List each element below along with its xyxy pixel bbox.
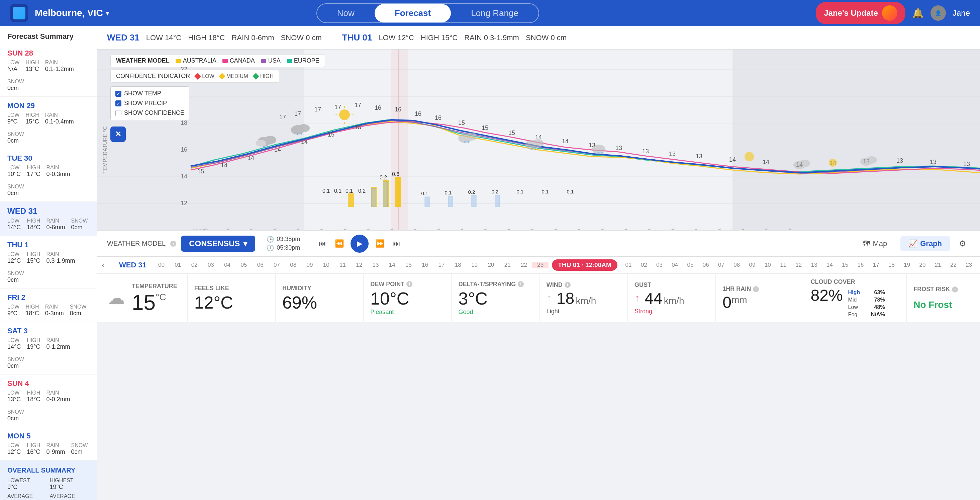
svg-text:0.2: 0.2 [468, 189, 475, 195]
chevron-down-icon: ▾ [243, 239, 247, 248]
day-label: TUE 30 [7, 154, 89, 163]
info-icon-frost[interactable]: i [952, 286, 958, 292]
tab-now[interactable]: Now [317, 4, 375, 22]
wed-snow: SNOW 0 cm [281, 34, 322, 42]
svg-text:16: 16 [181, 146, 187, 153]
svg-text:15: 15 [508, 129, 515, 136]
cloud-low-bar: Low 48% [848, 304, 885, 310]
svg-text:13: 13 [696, 153, 702, 160]
day-label: SUN 28 [7, 49, 89, 58]
wind-value: 18 [557, 289, 574, 307]
australia-legend: AUSTRALIA [176, 57, 216, 64]
show-confidence-option[interactable]: SHOW CONFIDENCE [115, 109, 184, 117]
gust-value: 44 [644, 289, 662, 307]
graph-icon: 📈 [908, 239, 918, 248]
svg-rect-29 [425, 197, 430, 207]
confidence-label: CONFIDENCE INDICATOR [116, 73, 190, 80]
svg-text:◄: ◄ [458, 227, 464, 230]
svg-text:◄: ◄ [411, 227, 417, 230]
date-divider [332, 31, 332, 45]
svg-text:15: 15 [328, 131, 334, 138]
weather-model-label: WEATHER MODEL [107, 240, 165, 247]
user-avatar: 👤 [931, 5, 946, 21]
playback-controls-bar: WEATHER MODEL i CONSENSUS ▾ 🕒 03:38pm 🕔 … [97, 230, 980, 256]
svg-text:◄: ◄ [505, 227, 511, 230]
day-label: MON 5 [7, 432, 89, 441]
show-temp-checkbox[interactable]: ✓ [115, 91, 121, 97]
svg-text:15: 15 [458, 120, 465, 126]
map-icon: 🗺 [862, 239, 870, 248]
time-value-2: 05:30pm [277, 244, 300, 251]
list-item: SUN 28 LOWN/A HIGH13°C RAIN0.1-1.2mm SNO… [0, 44, 97, 97]
svg-text:16: 16 [395, 106, 401, 113]
svg-text:17: 17 [279, 114, 286, 120]
wed-high: HIGH 18°C [188, 34, 225, 42]
list-item: MON 29 LOW9°C HIGH15°C RAIN0.1-0.4mm SNO… [0, 97, 97, 149]
svg-text:0.1: 0.1 [445, 190, 452, 195]
user-name: Jane [953, 8, 970, 18]
svg-text:16: 16 [415, 110, 422, 117]
svg-text:17: 17 [355, 102, 361, 109]
location-selector[interactable]: Melbourne, VIC ▾ [35, 8, 109, 18]
graph-view-button[interactable]: 📈 Graph [900, 236, 950, 251]
svg-text:▾ ▾: ▾ ▾ [263, 144, 269, 150]
cloud-icon: ☁ [107, 288, 125, 308]
temperature-col: ☁ TEMPERATURE 15 °C [97, 274, 188, 322]
tab-long-range[interactable]: Long Range [451, 4, 538, 22]
nav-arrow-left[interactable]: ‹ [100, 259, 112, 271]
svg-text:0.2: 0.2 [358, 188, 366, 194]
day-label: FRI 2 [7, 293, 89, 302]
gust-col: GUST ↑ 44 km/h Strong [628, 274, 716, 322]
close-panel-button[interactable]: ✕ [110, 126, 126, 142]
sidebar-title: Forecast Summary [0, 26, 97, 44]
svg-text:◄: ◄ [763, 227, 768, 230]
svg-text:▾ ▾: ▾ ▾ [296, 131, 302, 136]
svg-text:13: 13 [616, 145, 622, 151]
skip-to-end-button[interactable]: ⏭ [391, 237, 402, 250]
svg-point-106 [829, 159, 837, 167]
settings-button[interactable]: ⚙ [955, 236, 970, 251]
skip-to-start-button[interactable]: ⏮ [317, 237, 328, 250]
show-precip-checkbox[interactable]: ✓ [115, 101, 121, 106]
frost-value: No Frost [913, 300, 973, 310]
svg-rect-32 [495, 195, 500, 207]
svg-text:14: 14 [221, 162, 228, 169]
svg-text:TEMPERATURE °C: TEMPERATURE °C [102, 126, 108, 174]
thu-date-label: THU 01 [342, 32, 372, 43]
svg-text:0.1: 0.1 [422, 190, 428, 196]
svg-text:0.1: 0.1 [345, 188, 353, 194]
info-icon-delta[interactable]: i [518, 281, 524, 287]
date-left: WED 31 LOW 14°C HIGH 18°C RAIN 0-6mm SNO… [107, 32, 322, 43]
svg-text:0.2: 0.2 [380, 175, 387, 181]
date-header: WED 31 LOW 14°C HIGH 18°C RAIN 0-6mm SNO… [97, 26, 980, 50]
info-icon-wind[interactable]: i [565, 282, 571, 288]
map-label: Map [873, 239, 887, 248]
info-icon[interactable]: i [170, 241, 176, 247]
list-item: SAT 3 LOW14°C HIGH19°C RAIN0-1.2mm SNOW0… [0, 322, 97, 374]
europe-legend: EUROPE [286, 57, 320, 64]
canada-legend: CANADA [223, 57, 255, 64]
svg-text:14: 14 [248, 155, 254, 161]
svg-text:16: 16 [435, 115, 442, 121]
janes-update-button[interactable]: Jane's Update [816, 2, 905, 24]
show-temp-option[interactable]: ✓ SHOW TEMP [115, 90, 184, 97]
wind-sublabel: Light [547, 308, 621, 315]
info-icon-rain[interactable]: i [753, 286, 759, 292]
notification-icon[interactable]: 🔔 [912, 8, 924, 19]
info-icon[interactable]: i [406, 281, 412, 287]
wed-rain: RAIN 0-6mm [231, 34, 274, 42]
show-precip-option[interactable]: ✓ SHOW PRECIP [115, 100, 184, 107]
play-button[interactable]: ▶ [350, 235, 369, 253]
confidence-low: LOW [195, 73, 214, 79]
svg-text:14: 14 [763, 159, 769, 165]
fast-forward-button[interactable]: ⏩ [373, 237, 386, 250]
show-confidence-checkbox[interactable] [115, 110, 121, 116]
delta-sublabel: Good [458, 308, 533, 316]
rewind-button[interactable]: ⏪ [333, 237, 346, 250]
consensus-dropdown-button[interactable]: CONSENSUS ▾ [181, 236, 255, 252]
tab-forecast[interactable]: Forecast [375, 4, 451, 22]
feels-like-value: 12°C [194, 294, 269, 311]
map-view-button[interactable]: 🗺 Map [854, 236, 895, 251]
app-logo [10, 4, 28, 22]
svg-text:◄: ◄ [669, 227, 675, 230]
